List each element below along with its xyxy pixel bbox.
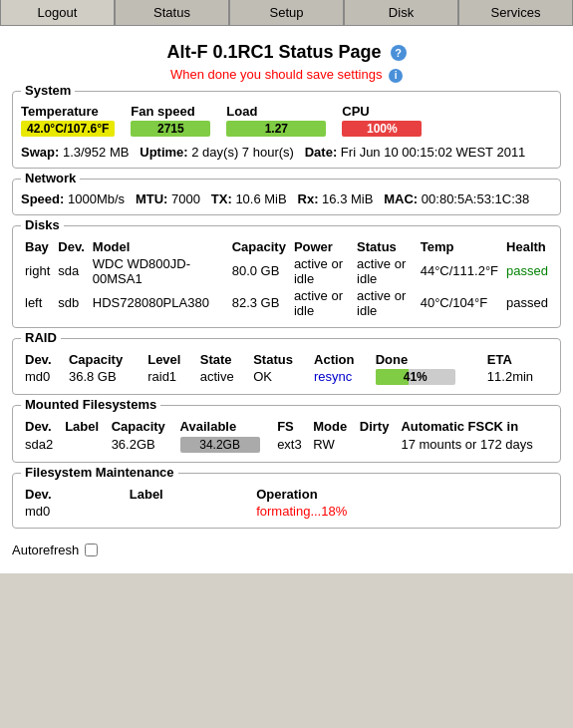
date-label: Date: bbox=[305, 145, 338, 160]
maint-header-row: Dev. Label Operation bbox=[21, 486, 552, 503]
nav-status[interactable]: Status bbox=[115, 0, 229, 25]
disk-dev: sdb bbox=[54, 287, 89, 319]
disk-status: active or idle bbox=[353, 255, 417, 287]
fs-type: ext3 bbox=[273, 435, 309, 454]
disk-health: passed bbox=[502, 287, 552, 319]
fs-label bbox=[61, 435, 108, 454]
fs-col-fs: FS bbox=[273, 418, 309, 435]
autorefresh-checkbox[interactable] bbox=[85, 544, 98, 556]
nav-setup[interactable]: Setup bbox=[229, 0, 344, 25]
help-icon[interactable]: ? bbox=[391, 45, 407, 61]
disk-power: active or idle bbox=[290, 287, 353, 319]
disk-temp: 40°C/104°F bbox=[417, 287, 502, 319]
fs-col-available: Available bbox=[176, 418, 274, 435]
raid-row-0: md0 36.8 GB raid1 active OK resync 41% 1… bbox=[21, 368, 552, 387]
raid-col-eta: ETA bbox=[483, 351, 552, 368]
fs-dev: sda2 bbox=[21, 435, 61, 454]
raid-action: resync bbox=[310, 368, 372, 387]
fs-mode: RW bbox=[309, 435, 356, 454]
disks-col-health: Health bbox=[502, 238, 552, 255]
fs-maintenance-section: Filesystem Maintenance Dev. Label Operat… bbox=[12, 473, 561, 529]
maint-col-operation: Operation bbox=[252, 486, 552, 503]
raid-header-row: Dev. Capacity Level State Status Action … bbox=[21, 351, 552, 368]
nav-logout[interactable]: Logout bbox=[0, 0, 115, 25]
disk-row-0: right sda WDC WD800JD-00MSA1 80.0 GB act… bbox=[21, 255, 552, 287]
disks-col-model: Model bbox=[89, 238, 228, 255]
fs-dirty bbox=[356, 435, 398, 454]
disk-bay: left bbox=[21, 287, 54, 319]
raid-table: Dev. Capacity Level State Status Action … bbox=[21, 351, 552, 387]
save-info-icon[interactable]: i bbox=[389, 69, 403, 83]
temperature-item: Temperature 42.0°C/107.6°F bbox=[21, 104, 115, 137]
avail-bar-label: 34.2GB bbox=[180, 437, 260, 453]
system-grid: Temperature 42.0°C/107.6°F Fan speed 271… bbox=[21, 104, 552, 137]
raid-col-status: Status bbox=[249, 351, 310, 368]
disks-col-dev: Dev. bbox=[54, 238, 89, 255]
raid-section-title: RAID bbox=[21, 330, 61, 345]
page-title: Alt-F 0.1RC1 Status Page ? bbox=[12, 42, 561, 63]
load-value: 1.27 bbox=[226, 121, 326, 137]
temperature-value: 42.0°C/107.6°F bbox=[21, 121, 115, 137]
fs-capacity: 36.2GB bbox=[108, 435, 176, 454]
maint-operation: formating...18% bbox=[252, 503, 552, 520]
disks-col-status: Status bbox=[353, 238, 417, 255]
disks-header-row: Bay Dev. Model Capacity Power Status Tem… bbox=[21, 238, 552, 255]
disk-model: WDC WD800JD-00MSA1 bbox=[89, 255, 228, 287]
fan-speed-value: 2715 bbox=[131, 121, 210, 137]
fs-table: Dev. Label Capacity Available FS Mode Di… bbox=[21, 418, 552, 454]
cpu-value: 100% bbox=[342, 121, 422, 137]
disks-section-title: Disks bbox=[21, 217, 64, 232]
fs-col-capacity: Capacity bbox=[108, 418, 176, 435]
raid-progress-label: 41% bbox=[376, 369, 455, 385]
page-title-text: Alt-F 0.1RC1 Status Page bbox=[166, 42, 381, 62]
date-value: Fri Jun 10 00:15:02 WEST 2011 bbox=[341, 145, 525, 160]
main-content: Alt-F 0.1RC1 Status Page ? When done you… bbox=[0, 26, 573, 573]
maint-table: Dev. Label Operation md0 formating...18% bbox=[21, 486, 552, 520]
cpu-label: CPU bbox=[342, 104, 422, 119]
raid-col-capacity: Capacity bbox=[65, 351, 143, 368]
fs-maintenance-section-title: Filesystem Maintenance bbox=[21, 465, 178, 480]
network-mtu-value: 7000 bbox=[171, 191, 200, 206]
save-notice: When done you should save settings i bbox=[12, 67, 561, 83]
swap-label: Swap: bbox=[21, 145, 59, 160]
disks-table: Bay Dev. Model Capacity Power Status Tem… bbox=[21, 238, 552, 319]
raid-done: 41% bbox=[372, 368, 483, 387]
disks-col-capacity: Capacity bbox=[228, 238, 290, 255]
uptime-value: 2 day(s) 7 hour(s) bbox=[191, 145, 294, 160]
raid-col-done: Done bbox=[372, 351, 483, 368]
disk-capacity: 80.0 GB bbox=[228, 255, 290, 287]
network-rx-value: 16.3 MiB bbox=[322, 191, 373, 206]
fs-col-dirty: Dirty bbox=[356, 418, 398, 435]
fs-fsck-in: 17 mounts or 172 days bbox=[397, 435, 552, 454]
network-info: Speed: 1000Mb/s MTU: 7000 TX: 10.6 MiB R… bbox=[21, 191, 552, 206]
disk-row-1: left sdb HDS728080PLA380 82.3 GB active … bbox=[21, 287, 552, 319]
fs-available: 34.2GB bbox=[176, 435, 274, 454]
nav-services[interactable]: Services bbox=[458, 0, 573, 25]
disk-temp: 44°C/111.2°F bbox=[417, 255, 502, 287]
raid-capacity: 36.8 GB bbox=[65, 368, 143, 387]
maint-dev: md0 bbox=[21, 503, 126, 520]
raid-section: RAID Dev. Capacity Level State Status Ac… bbox=[12, 338, 561, 396]
disk-power: active or idle bbox=[290, 255, 353, 287]
system-section-title: System bbox=[21, 83, 75, 98]
maint-row-0: md0 formating...18% bbox=[21, 503, 552, 520]
raid-action-link[interactable]: resync bbox=[314, 369, 352, 384]
network-tx-label: TX: bbox=[211, 191, 232, 206]
disk-bay: right bbox=[21, 255, 54, 287]
raid-col-action: Action bbox=[310, 351, 372, 368]
raid-level: raid1 bbox=[143, 368, 196, 387]
nav-disk[interactable]: Disk bbox=[344, 0, 458, 25]
disks-col-temp: Temp bbox=[417, 238, 502, 255]
network-speed-label: Speed: bbox=[21, 191, 64, 206]
mounted-fs-section: Mounted Filesystems Dev. Label Capacity … bbox=[12, 405, 561, 463]
swap-value: 1.3/952 MB bbox=[63, 145, 130, 160]
fs-header-row: Dev. Label Capacity Available FS Mode Di… bbox=[21, 418, 552, 435]
network-mtu-label: MTU: bbox=[136, 191, 168, 206]
fs-col-label: Label bbox=[61, 418, 108, 435]
network-section-title: Network bbox=[21, 171, 80, 185]
load-item: Load 1.27 bbox=[226, 104, 326, 137]
disk-status: active or idle bbox=[353, 287, 417, 319]
load-label: Load bbox=[226, 104, 326, 119]
cpu-item: CPU 100% bbox=[342, 104, 422, 137]
maint-label bbox=[126, 503, 252, 520]
